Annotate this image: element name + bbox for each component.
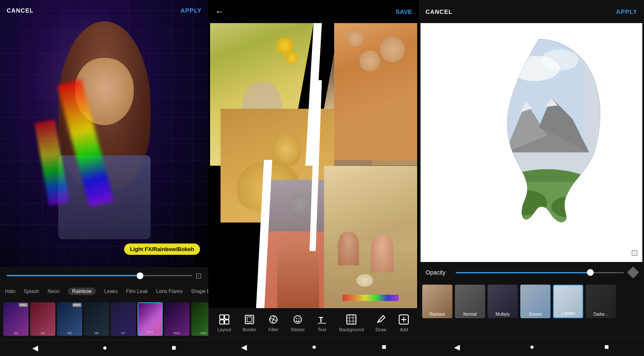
svg-rect-2 (220, 320, 224, 324)
thumb-label: N4 (30, 331, 55, 335)
draw-label: Draw (376, 327, 387, 332)
effect-splash[interactable]: Splash (24, 288, 39, 294)
thumb-label: RE1 (138, 330, 162, 334)
add-label: Add (400, 327, 408, 332)
tool-background[interactable]: Background (339, 314, 364, 332)
panel3-apply-button[interactable]: APPLY (616, 8, 637, 15)
panel1-main-image: Light FX/Rainbow/Bokeh (0, 0, 208, 267)
blend-darken-label: Darke... (586, 312, 616, 317)
panel1-cancel-button[interactable]: CANCEL (7, 7, 34, 14)
svg-point-9 (299, 318, 300, 319)
layout-icon (218, 314, 230, 325)
opacity-thumb[interactable] (587, 269, 594, 276)
thumb-n7[interactable]: N7 (111, 302, 136, 336)
tool-text[interactable]: T Text (316, 314, 328, 332)
svg-rect-0 (220, 315, 224, 319)
effect-slider-track[interactable] (7, 275, 192, 276)
sticker-icon (292, 314, 304, 325)
compare-icon[interactable]: ⊡ (195, 271, 202, 280)
panel3-nav-recent[interactable]: ■ (605, 343, 609, 351)
filter-label: Filter (268, 327, 278, 332)
panel2-nav-recent[interactable]: ■ (382, 343, 386, 351)
svg-rect-29 (501, 182, 585, 232)
blend-lighten[interactable]: Lighten (553, 285, 583, 318)
tool-filter[interactable]: Filter (267, 314, 279, 332)
thumb-label: N7 (111, 331, 136, 335)
svg-point-7 (294, 316, 301, 323)
panel1-slider-bar: ⊡ (0, 267, 208, 284)
compare-icon-right[interactable]: ⊡ (631, 248, 638, 258)
effect-halo[interactable]: Halo (5, 288, 16, 294)
text-icon: T (316, 314, 328, 325)
svg-point-22 (541, 50, 579, 71)
effect-film-leak[interactable]: Film Leak (126, 288, 148, 294)
thumb-label: N3 (3, 331, 29, 335)
svg-rect-3 (225, 320, 229, 324)
background-icon (345, 314, 357, 325)
thumb-re1-active[interactable]: RE1 (138, 302, 163, 336)
effect-neon[interactable]: Neon (47, 288, 60, 294)
pro-badge: PRO (19, 303, 28, 307)
thumb-label: RB4 (191, 331, 208, 335)
panel1-nav-back[interactable]: ◀ (32, 343, 38, 353)
svg-point-8 (296, 318, 297, 319)
panel3-nav-home[interactable]: ● (530, 343, 535, 351)
collage-area (210, 23, 417, 308)
svg-point-30 (505, 190, 547, 215)
effect-lens-flares[interactable]: Lens Flares (156, 288, 183, 294)
panel3-cancel-button[interactable]: CANCEL (426, 8, 452, 15)
panel-collage: ← SAVE (208, 0, 419, 356)
thumb-n5[interactable]: PRO N5 (57, 302, 82, 336)
blend-multiply[interactable]: Multiply (488, 285, 518, 318)
panel1-topbar: CANCEL APPLY (0, 0, 208, 21)
panel2-nav-back[interactable]: ◀ (241, 343, 247, 352)
diamond-icon[interactable] (627, 267, 639, 278)
blend-thumbs-row: Replace Normal Multiply Screen Lighten (422, 285, 641, 318)
tool-layout[interactable]: Layout (217, 314, 231, 332)
blend-normal[interactable]: Normal (455, 285, 485, 318)
thumb-n6[interactable]: N6 (84, 302, 109, 336)
tool-add[interactable]: Add (398, 314, 410, 332)
blend-replace[interactable]: Replace (422, 285, 452, 318)
border-label: Border (242, 327, 256, 332)
effect-rainbow[interactable]: Rainbow (68, 288, 96, 295)
panel2-save-button[interactable]: SAVE (395, 8, 412, 15)
tool-border[interactable]: Border (242, 314, 256, 332)
panel1-nav-recent[interactable]: ■ (171, 343, 176, 352)
panel3-nav-back[interactable]: ◀ (454, 343, 460, 352)
filter-icon (267, 314, 279, 325)
thumb-n3[interactable]: PRO N3 (3, 302, 29, 336)
draw-icon (375, 314, 387, 325)
thumb-label: N5 (57, 331, 82, 335)
thumb-re2[interactable]: RE2 (164, 302, 190, 336)
blend-screen-label: Screen (520, 312, 551, 317)
tool-draw[interactable]: Draw (375, 314, 387, 332)
thumb-n4[interactable]: N4 (30, 302, 55, 336)
panel2-back-button[interactable]: ← (215, 6, 224, 17)
opacity-slider[interactable] (456, 272, 624, 273)
effect-leaks[interactable]: Leaks (104, 288, 118, 294)
panel2-bottom-nav: ◀ ● ■ (208, 338, 419, 356)
blend-normal-label: Normal (455, 312, 485, 317)
pro-badge: PRO (73, 303, 81, 307)
text-label: Text (318, 327, 326, 332)
tool-sticker[interactable]: Sticker (291, 314, 305, 332)
effects-row: Halo Splash Neon Rainbow Leaks Film Leak… (0, 284, 208, 298)
blend-screen[interactable]: Screen (520, 285, 551, 318)
svg-text:T: T (319, 316, 323, 324)
effect-shape-bokeh[interactable]: Shape Bokeh (191, 288, 208, 294)
panel2-nav-home[interactable]: ● (312, 343, 317, 351)
collage-photo-6 (324, 166, 417, 309)
svg-point-31 (551, 196, 585, 217)
thumb-rb4[interactable]: RB4 (191, 302, 208, 336)
panel1-apply-button[interactable]: APPLY (181, 7, 202, 14)
slider-fill (7, 275, 140, 276)
svg-rect-5 (247, 317, 252, 322)
layout-label: Layout (217, 327, 231, 332)
panel1-nav-home[interactable]: ● (103, 343, 107, 352)
blend-darken[interactable]: Darke... (586, 285, 616, 318)
girl-portrait (42, 21, 167, 265)
thumbnails-row: PRO N3 N4 PRO N5 N6 N7 RE1 (0, 298, 208, 340)
slider-thumb[interactable] (137, 272, 143, 279)
opacity-label: Opacity (426, 269, 451, 276)
